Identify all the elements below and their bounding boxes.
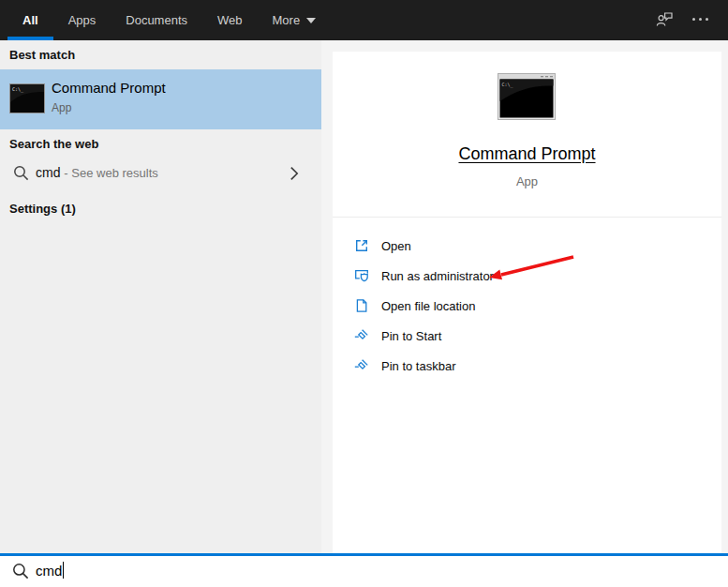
preview-subtitle: App	[333, 174, 721, 188]
action-run-as-administrator-label: Run as administrator	[381, 269, 494, 283]
search-web-header: Search the web	[9, 137, 98, 151]
more-options-icon[interactable]	[692, 18, 708, 21]
action-open-file-location[interactable]: Open file location	[333, 291, 721, 321]
action-open-label: Open	[381, 239, 411, 253]
web-result-query: cmd	[36, 165, 60, 180]
tab-more-label: More	[273, 13, 301, 27]
run-admin-shield-icon	[354, 268, 369, 283]
tab-apps-label: Apps	[68, 13, 97, 27]
tab-web[interactable]: Web	[202, 0, 258, 40]
tab-more[interactable]: More	[258, 0, 332, 40]
search-filter-tab-bar: All Apps Documents Web More	[0, 0, 728, 40]
best-match-subtitle: App	[52, 100, 166, 116]
open-file-location-icon	[354, 298, 369, 313]
preview-panel: C:\_ Command Prompt App Open	[321, 40, 728, 553]
best-match-header: Best match	[9, 48, 75, 62]
web-result-row[interactable]: cmd - See web results	[0, 157, 321, 190]
svg-text:C:\_: C:\_	[502, 82, 514, 88]
preview-card: C:\_ Command Prompt App Open	[333, 52, 721, 553]
search-input-value: cmd	[36, 563, 62, 579]
tab-all-label: All	[22, 13, 38, 27]
action-pin-to-taskbar[interactable]: Pin to taskbar	[333, 351, 721, 381]
best-match-title: Command Prompt	[52, 79, 166, 98]
search-input[interactable]: cmd	[36, 562, 64, 579]
pin-icon	[354, 358, 369, 373]
action-pin-to-start-label: Pin to Start	[381, 329, 441, 343]
tab-web-label: Web	[217, 13, 243, 27]
feedback-icon[interactable]	[656, 10, 675, 33]
action-open[interactable]: Open	[333, 231, 721, 261]
command-prompt-icon: C:\_	[9, 83, 45, 117]
preview-title[interactable]: Command Prompt	[333, 144, 721, 164]
pin-icon	[354, 328, 369, 343]
taskbar-search-box[interactable]: cmd	[0, 556, 728, 587]
text-caret	[63, 562, 64, 579]
tab-apps[interactable]: Apps	[53, 0, 111, 40]
action-run-as-administrator[interactable]: Run as administrator	[333, 261, 721, 291]
chevron-down-icon	[306, 18, 316, 23]
command-prompt-window-icon: C:\_	[498, 73, 556, 124]
settings-header: Settings (1)	[9, 202, 76, 216]
results-panel: Best match C:\_ Command Prompt App Searc…	[0, 40, 321, 553]
open-new-window-icon	[354, 238, 369, 253]
action-pin-to-taskbar-label: Pin to taskbar	[381, 359, 456, 373]
chevron-right-icon[interactable]	[290, 166, 299, 185]
tab-documents[interactable]: Documents	[111, 0, 202, 40]
search-icon	[12, 563, 29, 583]
best-match-result-command-prompt[interactable]: C:\_ Command Prompt App	[0, 69, 321, 129]
best-match-text: Command Prompt App	[52, 79, 166, 116]
tab-all[interactable]: All	[7, 0, 53, 40]
magnifier-icon	[13, 165, 29, 185]
web-result-text: cmd - See web results	[36, 165, 158, 180]
context-actions-list: Open Run as administrator Open file loca…	[333, 231, 721, 381]
divider	[333, 217, 721, 218]
windows-search-flyout: All Apps Documents Web More	[0, 0, 728, 587]
web-result-suffix: - See web results	[64, 166, 157, 180]
tab-documents-label: Documents	[126, 13, 187, 27]
action-pin-to-start[interactable]: Pin to Start	[333, 321, 721, 351]
action-open-file-location-label: Open file location	[381, 299, 475, 313]
svg-text:C:\_: C:\_	[12, 86, 24, 93]
